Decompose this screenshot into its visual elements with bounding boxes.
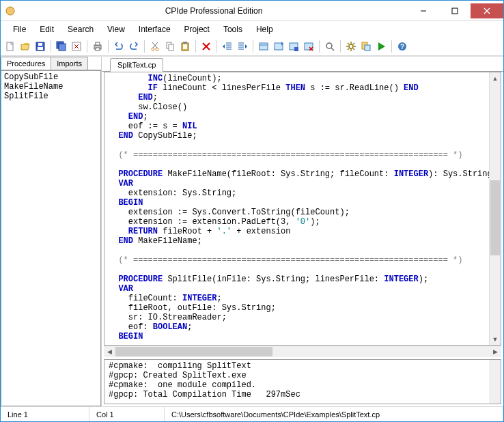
svg-rect-5 (7, 42, 13, 51)
tab-imports[interactable]: Imports (51, 57, 88, 70)
svg-rect-10 (59, 44, 66, 51)
window-title: CPIde Professional Edition (20, 6, 408, 16)
outdent-icon[interactable] (221, 40, 234, 53)
open-file-icon[interactable] (18, 40, 32, 53)
delete-icon[interactable] (199, 40, 213, 53)
menu-bar: File Edit Search View Interface Project … (1, 21, 503, 37)
redo-icon[interactable] (127, 40, 141, 53)
window-save-icon[interactable] (287, 40, 300, 53)
scroll-down-icon[interactable]: ▼ (490, 333, 501, 345)
menu-search[interactable]: Search (61, 23, 100, 36)
window-new-icon[interactable] (272, 40, 285, 53)
status-bar: Line 1 Col 1 C:\Users\cfbsoftware\Docume… (1, 406, 503, 421)
save-icon[interactable] (33, 40, 47, 53)
svg-line-54 (348, 48, 349, 50)
svg-line-52 (353, 48, 354, 50)
list-item[interactable]: MakeFileName (4, 82, 98, 92)
scroll-right-icon[interactable]: ▶ (490, 346, 501, 357)
svg-rect-16 (96, 48, 100, 51)
status-line: Line 1 (1, 407, 89, 421)
svg-point-46 (349, 44, 353, 48)
scroll-up-icon[interactable]: ▲ (490, 72, 501, 84)
close-all-icon[interactable] (70, 40, 83, 53)
menu-help[interactable]: Help (249, 23, 280, 36)
maximize-button[interactable] (439, 3, 471, 18)
horizontal-scrollbar[interactable]: ◀ ▶ (104, 346, 501, 357)
editor-tab[interactable]: SplitText.cp (110, 58, 163, 72)
svg-rect-40 (294, 47, 298, 51)
paste-icon[interactable] (178, 40, 192, 53)
svg-rect-36 (260, 43, 268, 50)
menu-interface[interactable]: Interface (132, 23, 178, 36)
svg-rect-15 (96, 42, 100, 45)
undo-icon[interactable] (112, 40, 126, 53)
list-item[interactable]: CopySubFile (4, 72, 98, 82)
gear-icon[interactable] (344, 40, 358, 53)
svg-line-45 (331, 48, 334, 51)
svg-line-51 (348, 43, 349, 44)
menu-edit[interactable]: Edit (33, 23, 61, 36)
svg-point-18 (156, 48, 158, 51)
scroll-thumb[interactable] (490, 180, 500, 255)
output-panel[interactable]: #cpmake: compiling SplitText #gpcp: Crea… (104, 359, 501, 404)
svg-point-0 (6, 7, 14, 15)
menu-file[interactable]: File (6, 23, 33, 36)
find-icon[interactable] (323, 40, 337, 53)
status-path: C:\Users\cfbsoftware\Documents\CPIde\Exa… (165, 407, 503, 421)
svg-rect-7 (38, 47, 43, 50)
svg-point-17 (152, 48, 154, 51)
output-scrollbar[interactable] (489, 360, 501, 404)
cut-icon[interactable] (148, 40, 162, 53)
title-bar: CPIde Professional Edition (1, 1, 503, 21)
save-all-icon[interactable] (55, 40, 68, 53)
close-button[interactable] (471, 3, 503, 18)
build-icon[interactable] (359, 40, 373, 53)
svg-rect-8 (38, 43, 42, 46)
svg-rect-24 (183, 44, 187, 49)
vertical-scrollbar[interactable]: ▲ ▼ (489, 72, 501, 345)
help-icon[interactable]: ? (395, 40, 409, 53)
list-item[interactable]: SplitFile (4, 92, 98, 101)
svg-rect-2 (452, 8, 458, 14)
new-file-icon[interactable] (3, 40, 17, 53)
app-icon (1, 5, 20, 16)
scroll-left-icon[interactable]: ◀ (104, 346, 115, 357)
menu-project[interactable]: Project (178, 23, 216, 36)
svg-line-20 (152, 42, 157, 48)
sidebar: Procedures Imports CopySubFile MakeFileN… (1, 57, 102, 406)
svg-line-19 (153, 42, 158, 48)
code-editor[interactable]: INC(lineCount); IF lineCount < linesPerF… (104, 72, 489, 345)
svg-rect-56 (365, 45, 370, 51)
window-close-icon[interactable] (302, 40, 316, 53)
run-icon[interactable] (374, 40, 388, 53)
minimize-button[interactable] (408, 3, 439, 18)
svg-rect-22 (169, 44, 173, 51)
hscroll-thumb[interactable] (115, 347, 272, 356)
indent-icon[interactable] (236, 40, 249, 53)
tab-procedures[interactable]: Procedures (1, 57, 51, 70)
svg-text:?: ? (400, 43, 404, 51)
svg-line-53 (353, 43, 354, 44)
status-col: Col 1 (89, 407, 165, 421)
toolbar: ? (1, 37, 503, 56)
svg-rect-25 (183, 42, 187, 44)
procedures-list[interactable]: CopySubFile MakeFileName SplitFile (1, 70, 101, 406)
svg-point-44 (326, 43, 332, 48)
copy-icon[interactable] (163, 40, 177, 53)
menu-view[interactable]: View (100, 23, 132, 36)
menu-tools[interactable]: Tools (216, 23, 249, 36)
window-icon[interactable] (257, 40, 270, 53)
print-icon[interactable] (91, 40, 104, 53)
